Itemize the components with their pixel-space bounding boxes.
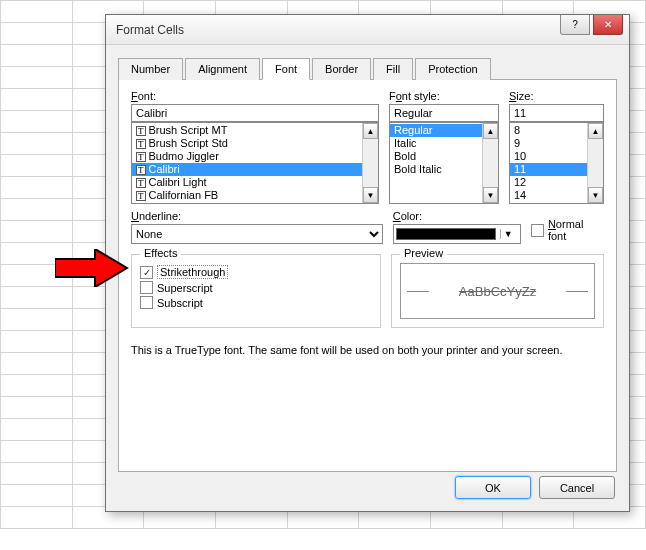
scroll-up-icon[interactable]: ▲ bbox=[363, 123, 378, 139]
truetype-icon: T bbox=[136, 165, 146, 175]
size-listbox[interactable]: 8 9 10 11 12 14 ▲ ▼ bbox=[509, 122, 604, 204]
list-item[interactable]: TCalibri Light bbox=[132, 176, 378, 189]
font-listbox[interactable]: TBrush Script MT TBrush Script Std TBudm… bbox=[131, 122, 379, 204]
font-style-listbox[interactable]: Regular Italic Bold Bold Italic ▲ ▼ bbox=[389, 122, 499, 204]
ok-button[interactable]: OK bbox=[455, 476, 531, 499]
callout-arrow-icon bbox=[55, 249, 130, 287]
preview-box: AaBbCcYyZz bbox=[400, 263, 595, 319]
normal-font-checkbox[interactable]: Normal font bbox=[531, 218, 604, 242]
scrollbar[interactable]: ▲ ▼ bbox=[482, 123, 498, 203]
font-label: Font: bbox=[131, 90, 379, 102]
close-button[interactable]: ✕ bbox=[593, 15, 623, 35]
checkbox-icon: ✓ bbox=[140, 266, 153, 279]
chevron-down-icon: ▼ bbox=[500, 229, 516, 239]
color-select[interactable]: ▼ bbox=[393, 224, 521, 244]
effects-group: Effects ✓ Strikethrough Superscript Subs… bbox=[131, 254, 381, 328]
preview-text: AaBbCcYyZz bbox=[459, 284, 536, 299]
list-item[interactable]: TCalibri bbox=[132, 163, 378, 176]
scrollbar[interactable]: ▲ ▼ bbox=[587, 123, 603, 203]
tab-alignment[interactable]: Alignment bbox=[185, 58, 260, 80]
list-item[interactable]: TBudmo Jiggler bbox=[132, 150, 378, 163]
preview-legend: Preview bbox=[400, 247, 447, 259]
cancel-button[interactable]: Cancel bbox=[539, 476, 615, 499]
scrollbar[interactable]: ▲ ▼ bbox=[362, 123, 378, 203]
truetype-icon: T bbox=[136, 139, 146, 149]
tab-fill[interactable]: Fill bbox=[373, 58, 413, 80]
font-style-input[interactable] bbox=[389, 104, 499, 122]
size-label: Size: bbox=[509, 90, 604, 102]
color-swatch bbox=[396, 228, 496, 240]
underline-select[interactable]: None bbox=[131, 224, 383, 244]
list-item[interactable]: TBrush Script MT bbox=[132, 124, 378, 137]
font-panel: Font: TBrush Script MT TBrush Script Std… bbox=[118, 80, 617, 472]
help-button[interactable]: ? bbox=[560, 15, 590, 35]
scroll-down-icon[interactable]: ▼ bbox=[363, 187, 378, 203]
underline-label: Underline: bbox=[131, 210, 383, 222]
tab-font[interactable]: Font bbox=[262, 58, 310, 80]
color-label: Color: bbox=[393, 210, 521, 222]
list-item[interactable]: TCalifornian FB bbox=[132, 189, 378, 202]
tab-protection[interactable]: Protection bbox=[415, 58, 491, 80]
scroll-down-icon[interactable]: ▼ bbox=[588, 187, 603, 203]
format-cells-dialog: Format Cells ? ✕ Number Alignment Font B… bbox=[105, 14, 630, 512]
truetype-icon: T bbox=[136, 178, 146, 188]
titlebar[interactable]: Format Cells ? ✕ bbox=[106, 15, 629, 45]
font-input[interactable] bbox=[131, 104, 379, 122]
strikethrough-checkbox[interactable]: ✓ Strikethrough bbox=[140, 265, 372, 279]
checkbox-icon bbox=[140, 281, 153, 294]
font-style-label: Font style: bbox=[389, 90, 499, 102]
footnote: This is a TrueType font. The same font w… bbox=[131, 344, 604, 356]
svg-marker-0 bbox=[55, 249, 127, 287]
size-input[interactable] bbox=[509, 104, 604, 122]
tab-border[interactable]: Border bbox=[312, 58, 371, 80]
tab-strip: Number Alignment Font Border Fill Protec… bbox=[118, 57, 617, 80]
scroll-up-icon[interactable]: ▲ bbox=[588, 123, 603, 139]
effects-legend: Effects bbox=[140, 247, 181, 259]
checkbox-icon bbox=[140, 296, 153, 309]
tab-number[interactable]: Number bbox=[118, 58, 183, 80]
superscript-checkbox[interactable]: Superscript bbox=[140, 281, 372, 294]
scroll-up-icon[interactable]: ▲ bbox=[483, 123, 498, 139]
truetype-icon: T bbox=[136, 191, 146, 201]
checkbox-icon bbox=[531, 224, 544, 237]
preview-group: Preview AaBbCcYyZz bbox=[391, 254, 604, 328]
truetype-icon: T bbox=[136, 152, 146, 162]
scroll-down-icon[interactable]: ▼ bbox=[483, 187, 498, 203]
subscript-checkbox[interactable]: Subscript bbox=[140, 296, 372, 309]
truetype-icon: T bbox=[136, 126, 146, 136]
dialog-title: Format Cells bbox=[116, 23, 184, 37]
list-item[interactable]: TBrush Script Std bbox=[132, 137, 378, 150]
